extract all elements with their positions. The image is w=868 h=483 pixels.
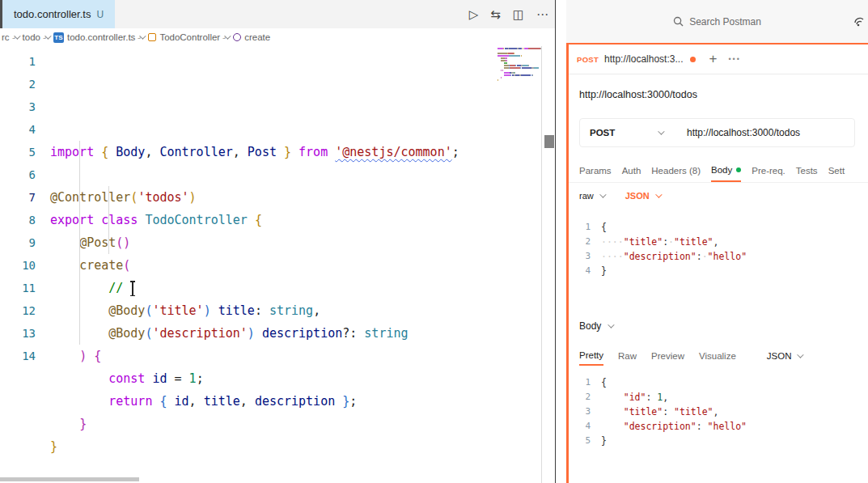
body-format-dropdown[interactable]: JSON [625, 191, 660, 201]
more-actions-button[interactable]: ⋯ [536, 7, 548, 22]
code-line[interactable]: } [50, 413, 555, 435]
line-number: 12 [0, 299, 36, 322]
breadcrumb-item-todo[interactable]: todo [23, 32, 40, 42]
tab-preview[interactable]: Preview [651, 346, 684, 366]
request-body-code[interactable]: {····"title":·"title",····"description":… [601, 220, 747, 278]
search-postman[interactable]: Search Postman [673, 16, 761, 28]
vertical-scrollbar-thumb[interactable] [544, 135, 554, 148]
minimap-line [498, 48, 541, 49]
chevron-right-icon: › [140, 32, 146, 39]
code-line[interactable]: export class TodoController { [50, 209, 555, 231]
response-body-code: { "id": 1, "title": "title", "descriptio… [601, 375, 747, 448]
minimap-line [498, 77, 541, 78]
line-number: 6 [0, 163, 36, 186]
typescript-file-icon: TS [53, 32, 64, 43]
code-line[interactable]: } [601, 264, 747, 278]
scrollbar-track-edge [541, 46, 542, 483]
code-line[interactable]: // [50, 277, 555, 299]
code-line[interactable]: create( [50, 254, 555, 277]
horizontal-scrollbar-thumb[interactable] [0, 477, 139, 481]
response-body-dropdown[interactable]: Body [579, 320, 612, 332]
minimap-line [498, 79, 541, 81]
code-line[interactable]: ····"description":·"hello" [601, 249, 747, 264]
request-url-bar: POST http://localhost:3000/todos [579, 118, 855, 147]
request-tab-method: POST [577, 55, 599, 64]
url-input[interactable]: http://localhost:3000/todos [675, 127, 800, 138]
code-line[interactable]: const id = 1; [50, 367, 555, 390]
method-label: POST [590, 128, 615, 138]
tab-pretty[interactable]: Pretty [579, 346, 603, 366]
code-line[interactable] [50, 163, 555, 186]
git-status-badge: U [96, 9, 104, 20]
line-number: 5 [566, 434, 591, 448]
capture-requests-icon[interactable] [853, 15, 866, 31]
tab-tests[interactable]: Tests [796, 159, 818, 182]
line-number: 4 [566, 264, 591, 278]
code-line[interactable]: @Post() [50, 231, 555, 254]
new-tab-button[interactable]: + [709, 51, 717, 67]
request-name[interactable]: http://localhost:3000/todos [566, 74, 868, 100]
breadcrumb-item-class[interactable]: TodoController [159, 32, 220, 42]
minimap-line [498, 57, 541, 59]
code-line[interactable]: { [601, 220, 747, 235]
code-line[interactable]: { [601, 375, 747, 390]
response-section-header: Body [566, 278, 868, 332]
code-line[interactable]: } [601, 434, 747, 448]
body-type-controls: raw JSON [566, 183, 868, 209]
code-line[interactable]: return { id, title, description }; [50, 390, 555, 413]
code-line[interactable]: } [50, 435, 555, 458]
code-line[interactable]: ····"title":·"title", [601, 235, 747, 249]
tab-headers[interactable]: Headers (8) [651, 159, 701, 182]
breadcrumb-item-src[interactable]: rc [2, 32, 10, 42]
code-line[interactable]: "title": "title", [601, 405, 747, 419]
body-present-dot [736, 167, 741, 172]
body-type-dropdown[interactable]: raw [579, 191, 604, 201]
line-number: 1 [0, 50, 36, 73]
code-line[interactable]: ) { [50, 345, 555, 367]
code-line[interactable]: @Body('description') description?: strin… [50, 322, 555, 345]
code-line[interactable]: "id": 1, [601, 390, 747, 405]
method-symbol-icon [233, 33, 241, 41]
tab-auth[interactable]: Auth [622, 159, 641, 182]
response-format-dropdown[interactable]: JSON [767, 351, 802, 361]
request-body-editor[interactable]: 1234 {····"title":·"title",····"descript… [566, 220, 868, 278]
minimap[interactable] [498, 48, 541, 82]
class-symbol-icon [148, 33, 156, 41]
tab-pre-request[interactable]: Pre-req. [752, 159, 785, 182]
tab-settings[interactable]: Sett [828, 159, 845, 182]
code-line[interactable]: @Body('title') title: string, [50, 299, 555, 322]
tab-raw[interactable]: Raw [618, 346, 637, 366]
line-number: 1 [566, 220, 591, 235]
code-line[interactable]: @Controller('todos') [50, 186, 555, 209]
chevron-down-icon [658, 128, 664, 134]
code-editor[interactable]: 1234567891011121314 import { Body, Contr… [0, 46, 555, 483]
tab-visualize[interactable]: Visualize [699, 346, 736, 366]
line-number: 5 [0, 141, 36, 163]
editor-gutter: 12345 [566, 375, 591, 448]
code-line[interactable]: "description": "hello" [601, 419, 747, 434]
run-button[interactable]: ▷ [469, 7, 479, 22]
line-number: 9 [0, 231, 36, 254]
request-tab[interactable]: POST http://localhost:3... [577, 53, 696, 65]
split-editor-button[interactable]: ◫ [513, 7, 524, 22]
line-number: 2 [566, 390, 591, 405]
response-body-viewer[interactable]: 12345 { "id": 1, "title": "title", "desc… [566, 375, 868, 448]
line-number: 10 [0, 254, 36, 277]
tab-options-button[interactable]: ••• [728, 55, 740, 63]
postman-header: Search Postman [566, 0, 868, 44]
indent-guide [108, 186, 109, 254]
open-changes-icon[interactable]: ⇆ [490, 7, 501, 22]
editor-tab-bar: todo.controller.ts U ▷ ⇆ ◫ ⋯ [0, 0, 555, 28]
method-dropdown[interactable]: POST [580, 128, 675, 138]
breadcrumb-item-file[interactable]: todo.controller.ts [67, 32, 135, 42]
minimap-line [498, 50, 541, 52]
code-line[interactable]: import { Body, Controller, Post } from '… [50, 141, 555, 163]
editor-code-area[interactable]: import { Body, Controller, Post } from '… [36, 50, 555, 458]
breadcrumb-item-method[interactable]: create [244, 32, 270, 42]
tab-todo-controller-ts[interactable]: todo.controller.ts U [2, 0, 115, 28]
tab-params[interactable]: Params [579, 159, 612, 182]
unsaved-changes-dot [690, 57, 696, 62]
line-number: 1 [566, 375, 591, 390]
tab-body[interactable]: Body [711, 159, 741, 182]
minimap-line [498, 53, 541, 54]
